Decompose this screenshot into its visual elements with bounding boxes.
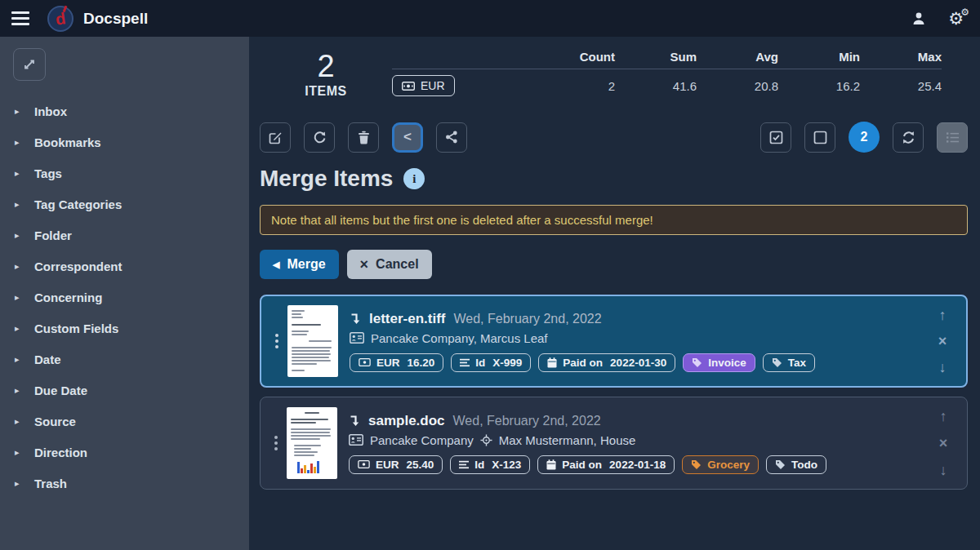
id-badge: Id X-123 xyxy=(450,455,530,474)
stats-val-avg: 20.8 xyxy=(697,79,778,93)
stats-table: Count Sum Avg Min Max E xyxy=(392,45,968,102)
caret-right-icon: ▸ xyxy=(15,478,21,489)
redo-icon xyxy=(313,131,327,144)
close-icon: × xyxy=(360,257,369,272)
merge-chevron-icon: < xyxy=(403,129,412,145)
move-down-icon[interactable]: ↓ xyxy=(939,360,947,375)
caret-right-icon: ▸ xyxy=(15,447,21,458)
move-up-icon[interactable]: ↑ xyxy=(940,409,947,424)
sidebar-item-tag-categories[interactable]: ▸Tag Categories xyxy=(0,189,249,220)
paid-date-badge: Paid on 2022-01-30 xyxy=(538,353,675,372)
caret-right-icon: ▸ xyxy=(15,323,21,334)
stats-val-min: 16.2 xyxy=(778,79,860,93)
item-concerning: Max Mustermann, House xyxy=(499,433,636,447)
address-card-icon xyxy=(350,332,364,344)
sidebar-item-folder[interactable]: ▸Folder xyxy=(0,220,249,251)
item-filename[interactable]: sample.doc xyxy=(368,413,445,429)
cancel-button[interactable]: × Cancel xyxy=(347,250,432,279)
sidebar-item-source[interactable]: ▸Source xyxy=(0,406,249,437)
settings-gears-icon[interactable]: ⚙⚙ xyxy=(948,10,964,27)
sidebar-item-concerning[interactable]: ▸Concerning xyxy=(0,282,249,313)
move-down-icon[interactable]: ↓ xyxy=(940,463,947,477)
caret-right-icon: ▸ xyxy=(15,261,21,272)
thumbnail-chart xyxy=(297,460,333,473)
select-all-button[interactable] xyxy=(760,122,791,153)
stats-summary: 2 ITEMS Count Sum Avg Min Max xyxy=(260,45,968,102)
sidebar-item-inbox[interactable]: ▸Inbox xyxy=(0,95,249,126)
money-bill-icon xyxy=(358,460,370,468)
item-date: Wed, February 2nd, 2022 xyxy=(454,312,602,326)
sidebar-item-trash[interactable]: ▸Trash xyxy=(0,468,249,499)
drag-handle-icon[interactable] xyxy=(265,436,287,450)
share-button[interactable] xyxy=(436,122,467,153)
remove-item-icon[interactable]: × xyxy=(939,436,948,450)
money-bill-icon xyxy=(359,358,371,366)
app-title: Docspell xyxy=(83,10,148,28)
info-icon[interactable]: i xyxy=(403,168,425,189)
sidebar: ▸Inbox ▸Bookmarks ▸Tags ▸Tag Categories … xyxy=(0,37,249,550)
sidebar-item-bookmarks[interactable]: ▸Bookmarks xyxy=(0,126,249,157)
expand-sidebar-button[interactable] xyxy=(13,48,46,81)
reload-button[interactable] xyxy=(304,122,335,153)
merge-button[interactable]: ◀ Merge xyxy=(260,250,339,279)
stats-val-sum: 41.6 xyxy=(615,79,697,93)
merge-item-card-letter-en[interactable]: letter-en.tiff Wed, February 2nd, 2022 P… xyxy=(260,295,968,388)
tag-badge-todo[interactable]: Todo xyxy=(766,455,826,474)
item-filename[interactable]: letter-en.tiff xyxy=(369,311,446,327)
paid-date-badge: Paid on 2022-01-18 xyxy=(537,455,675,474)
caret-right-icon: ▸ xyxy=(15,106,21,117)
tag-badge-tax[interactable]: Tax xyxy=(763,353,815,372)
sidebar-item-date[interactable]: ▸Date xyxy=(0,344,249,375)
edit-pencil-icon xyxy=(269,131,283,144)
stats-col-avg: Avg xyxy=(697,50,778,64)
remove-item-icon[interactable]: × xyxy=(938,334,947,348)
item-count-number: 2 xyxy=(260,50,392,84)
checked-checkbox-icon xyxy=(769,131,783,144)
delete-button[interactable] xyxy=(348,122,379,153)
empty-checkbox-icon xyxy=(813,131,827,144)
items-label: ITEMS xyxy=(260,84,392,99)
sidebar-item-correspondent[interactable]: ▸Correspondent xyxy=(0,251,249,282)
tag-badge-grocery[interactable]: Grocery xyxy=(682,455,759,474)
sidebar-filter-list: ▸Inbox ▸Bookmarks ▸Tags ▸Tag Categories … xyxy=(0,95,249,499)
brand[interactable]: d Docspell xyxy=(47,6,148,32)
item-toolbar: < xyxy=(260,122,968,153)
main-content: 2 ITEMS Count Sum Avg Min Max xyxy=(249,37,980,550)
stats-col-min: Min xyxy=(778,50,860,64)
caret-right-icon: ▸ xyxy=(15,199,21,210)
document-thumbnail xyxy=(287,305,338,377)
sidebar-item-direction[interactable]: ▸Direction xyxy=(0,437,249,468)
caret-right-icon: ▸ xyxy=(15,354,21,365)
currency-badge: EUR xyxy=(392,75,455,96)
selected-count-badge[interactable]: 2 xyxy=(849,122,880,153)
hamburger-menu-icon[interactable] xyxy=(11,11,29,25)
tag-icon xyxy=(692,357,702,368)
item-correspondent: Pancake Company xyxy=(370,433,474,447)
merge-warning-note: Note that all items but the first one is… xyxy=(260,205,968,235)
drag-handle-icon[interactable] xyxy=(266,334,287,348)
merge-mode-button[interactable]: < xyxy=(392,122,423,153)
list-icon xyxy=(946,131,960,144)
sidebar-item-due-date[interactable]: ▸Due Date xyxy=(0,375,249,406)
list-view-button[interactable] xyxy=(937,122,968,153)
sidebar-item-tags[interactable]: ▸Tags xyxy=(0,157,249,189)
sidebar-item-custom-fields[interactable]: ▸Custom Fields xyxy=(0,313,249,344)
id-badge: Id X-999 xyxy=(451,353,531,372)
stats-val-count: 2 xyxy=(482,79,615,93)
calendar-icon xyxy=(547,357,557,368)
stats-col-sum: Sum xyxy=(615,50,697,64)
user-icon[interactable] xyxy=(911,11,927,27)
move-up-icon[interactable]: ↑ xyxy=(939,308,947,322)
merge-item-card-sample[interactable]: sample.doc Wed, February 2nd, 2022 Panca… xyxy=(260,397,968,490)
deselect-all-button[interactable] xyxy=(804,122,835,153)
expand-diagonal-icon xyxy=(23,58,36,71)
stats-val-max: 25.4 xyxy=(860,79,942,93)
refresh-selection-button[interactable] xyxy=(893,122,924,153)
edit-button[interactable] xyxy=(260,122,291,153)
amount-badge: EUR 16.20 xyxy=(350,353,443,372)
tag-badge-invoice[interactable]: Invoice xyxy=(683,353,755,372)
caret-right-icon: ▸ xyxy=(15,385,21,396)
caret-right-icon: ▸ xyxy=(15,416,21,427)
level-down-icon xyxy=(349,415,360,427)
trash-icon xyxy=(358,131,370,144)
